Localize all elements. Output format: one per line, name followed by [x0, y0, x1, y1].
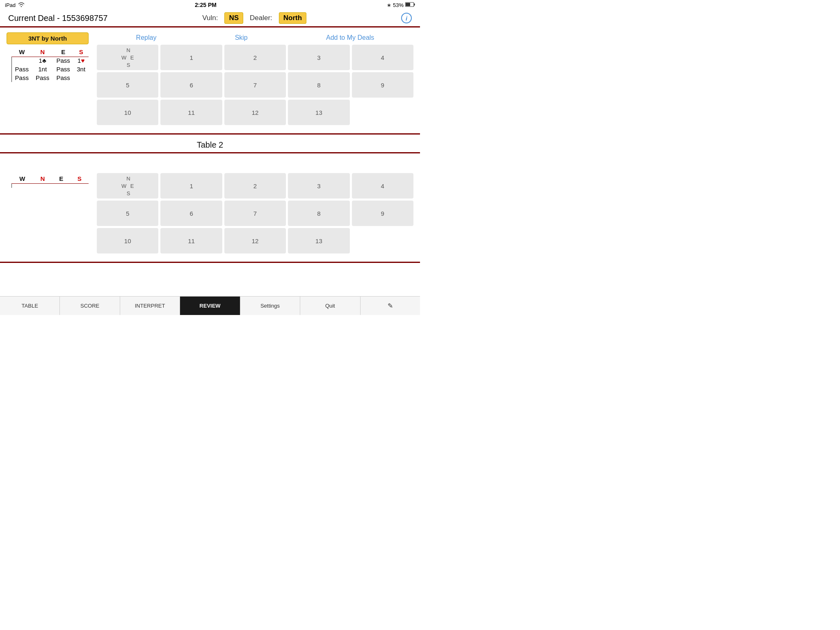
- bluetooth-icon: ∗: [387, 2, 391, 8]
- t2-trick-cell-5[interactable]: 5: [97, 201, 158, 226]
- col-header-e: E: [53, 48, 73, 56]
- t2-trick-cell-6[interactable]: 6: [160, 201, 222, 226]
- vuln-value: NS: [224, 12, 243, 24]
- bid-w3: Pass: [11, 73, 32, 82]
- nav-score[interactable]: SCORE: [60, 297, 120, 315]
- t2-trick-cell-4[interactable]: 4: [352, 173, 413, 199]
- dealer-label: Dealer:: [250, 14, 272, 22]
- bid-w2: Pass: [11, 65, 32, 73]
- table1-contract-badge: 3NT by North: [7, 32, 89, 44]
- trick-cell-6[interactable]: 6: [160, 72, 222, 98]
- header-title-area: Current Deal - 1553698757: [8, 14, 107, 23]
- nav-settings[interactable]: Settings: [240, 297, 300, 315]
- edit-icon: ✎: [388, 302, 393, 310]
- t2-trick-cell-8[interactable]: 8: [288, 201, 349, 226]
- t2-col-header-e: E: [52, 174, 70, 183]
- trick-cell-13[interactable]: 13: [288, 100, 349, 125]
- col-header-n: N: [32, 48, 52, 56]
- nav-review[interactable]: REVIEW: [180, 297, 240, 315]
- table1-section: 3NT by North W N E S: [0, 27, 420, 130]
- table1-bid-area: 3NT by North W N E S: [7, 32, 89, 82]
- t2-trick-cell-2[interactable]: 2: [224, 173, 286, 199]
- table2-heading: Table 2: [0, 138, 420, 151]
- t2-trick-cell-13[interactable]: 13: [288, 228, 349, 253]
- table1-trick-grid: N W E S 1 2 3 4 5 6 7 8 9 10 11 1: [97, 45, 413, 125]
- t2-trick-cell-7[interactable]: 7: [224, 201, 286, 226]
- trick-cell-4[interactable]: 4: [352, 45, 413, 70]
- t2-trick-cell-9[interactable]: 9: [352, 201, 413, 226]
- bid-s3: [73, 73, 89, 82]
- trick-cell-3[interactable]: 3: [288, 45, 349, 70]
- table2-bid-area: placeholder W N E S: [7, 159, 89, 188]
- trick-cell-7[interactable]: 7: [224, 72, 286, 98]
- t2-trick-cell-11[interactable]: 11: [160, 228, 222, 253]
- t2-trick-cell-1[interactable]: 1: [160, 173, 222, 199]
- t2-trick-cell-3[interactable]: 3: [288, 173, 349, 199]
- t2-bid-w3: [11, 186, 33, 188]
- svg-rect-2: [406, 3, 410, 6]
- battery-level: 53%: [393, 2, 404, 8]
- divider-3: [0, 262, 420, 263]
- trick-cell-10[interactable]: 10: [97, 100, 158, 125]
- bid-s2: 3nt: [73, 65, 89, 73]
- bid-w1: [11, 56, 32, 65]
- trick-cell-1[interactable]: 1: [160, 45, 222, 70]
- trick-cell-2[interactable]: 2: [224, 45, 286, 70]
- skip-button[interactable]: Skip: [235, 34, 248, 41]
- t2-col-header-s: S: [70, 174, 89, 183]
- t2-col-header-n: N: [33, 174, 52, 183]
- wifi-icon: [18, 2, 25, 8]
- bid-e2: Pass: [53, 65, 73, 73]
- info-icon[interactable]: i: [401, 13, 412, 23]
- t2-bid-s3: [70, 186, 89, 188]
- vuln-label: Vuln:: [202, 14, 218, 22]
- divider-2: [0, 152, 420, 153]
- divider-1: [0, 133, 420, 135]
- trick-cell-compass[interactable]: N W E S: [97, 45, 158, 70]
- nav-quit[interactable]: Quit: [300, 297, 360, 315]
- trick-cell-11[interactable]: 11: [160, 100, 222, 125]
- trick-cell-5[interactable]: 5: [97, 72, 158, 98]
- bid-row-1: 1♣ Pass 1♥: [11, 56, 89, 65]
- time-display: 2:25 PM: [195, 2, 217, 8]
- current-deal-label: Current Deal - 1553698757: [8, 14, 107, 23]
- page-header: Current Deal - 1553698757 Vuln: NS Deale…: [0, 10, 420, 27]
- table2-section: placeholder W N E S: [0, 154, 420, 258]
- bid-row-3: Pass Pass Pass: [11, 73, 89, 82]
- t2-trick-cell-compass[interactable]: N W E S: [97, 173, 158, 199]
- table1-actions: Replay Skip Add to My Deals: [97, 32, 413, 45]
- battery-icon: [405, 2, 415, 8]
- add-to-my-deals-button[interactable]: Add to My Deals: [326, 34, 374, 41]
- nav-interpret[interactable]: INTERPRET: [120, 297, 180, 315]
- trick-cell-9[interactable]: 9: [352, 72, 413, 98]
- t2-bid-e3: [52, 186, 70, 188]
- svg-rect-1: [414, 3, 415, 5]
- table2-right-area: N W E S 1 2 3 4 5 6 7 8 9 10 11 1: [97, 159, 413, 253]
- bid-s1: 1♥: [73, 56, 89, 65]
- trick-cell-8[interactable]: 8: [288, 72, 349, 98]
- table2-bid-table: W N E S: [11, 174, 89, 188]
- bid-n2: 1nt: [32, 65, 52, 73]
- t2-bid-row-3: [11, 186, 89, 188]
- col-header-s: S: [73, 48, 89, 56]
- t2-trick-cell-10[interactable]: 10: [97, 228, 158, 253]
- bid-n1: 1♣: [32, 56, 52, 65]
- status-bar: iPad 2:25 PM ∗ 53%: [0, 0, 420, 10]
- col-header-w: W: [11, 48, 32, 56]
- t2-bid-n3: [33, 186, 52, 188]
- bid-e3: Pass: [53, 73, 73, 82]
- bottom-nav: TABLE SCORE INTERPRET REVIEW Settings Qu…: [0, 296, 420, 315]
- nav-table[interactable]: TABLE: [0, 297, 60, 315]
- table1-bid-table: W N E S 1♣ Pass 1♥: [11, 48, 89, 82]
- table2-trick-grid: N W E S 1 2 3 4 5 6 7 8 9 10 11 1: [97, 173, 413, 253]
- bid-n3: Pass: [32, 73, 52, 82]
- table1-right-area: Replay Skip Add to My Deals N W E S 1 2 …: [97, 32, 413, 125]
- t2-col-header-w: W: [11, 174, 33, 183]
- bid-e1: Pass: [53, 56, 73, 65]
- nav-edit[interactable]: ✎: [361, 297, 420, 315]
- dealer-value: North: [279, 12, 306, 24]
- bid-row-2: Pass 1nt Pass 3nt: [11, 65, 89, 73]
- replay-button[interactable]: Replay: [136, 34, 157, 41]
- t2-trick-cell-12[interactable]: 12: [224, 228, 286, 253]
- trick-cell-12[interactable]: 12: [224, 100, 286, 125]
